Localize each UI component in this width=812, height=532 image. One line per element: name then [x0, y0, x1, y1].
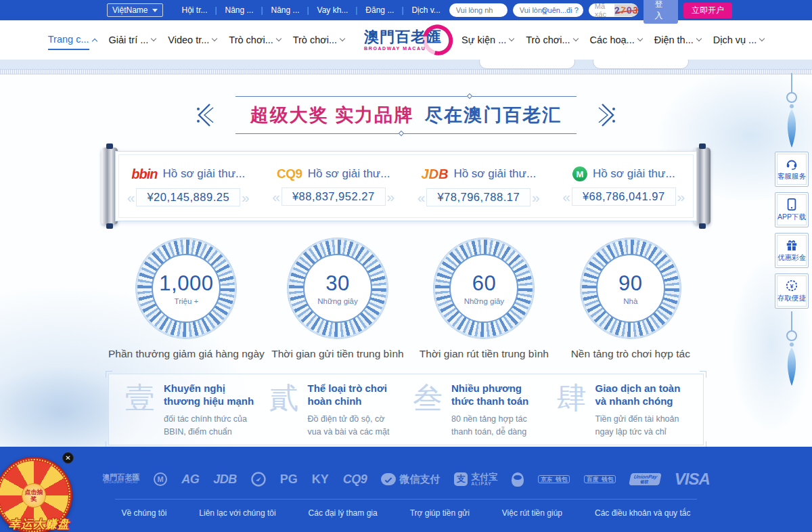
- nav-item-games-2[interactable]: Trò chơi...: [293, 30, 344, 49]
- footer-link-withdraw-help[interactable]: Việc rút tiền giúp: [502, 508, 562, 518]
- meander-border: [0, 69, 812, 74]
- nav-label: Trò chơi...: [526, 30, 570, 49]
- nav-item-activities[interactable]: Các hoạ...: [590, 30, 642, 49]
- footer-link-deposit-help[interactable]: Trợ giúp tiền gửi: [410, 508, 470, 518]
- language-select[interactable]: ViệtName: [107, 3, 163, 17]
- stat-value: 60: [472, 271, 496, 296]
- banner-text: 超级大奖 实力品牌 尽在澳门百老汇: [233, 97, 580, 133]
- jackpot-cq9: CQ9 Hồ sơ giải thư... « ¥88,837,952.27 »: [261, 167, 407, 206]
- jackpot-mg: M Hồ sơ giải thư... « ¥68,786,041.97 »: [551, 167, 697, 206]
- top-menu-item-register[interactable]: Đăng ...: [357, 5, 403, 15]
- feature-brand: 壹 Khuyến nghị thương hiệu mạnh đối tác c…: [118, 382, 263, 437]
- logo-brush-circle-icon: [418, 19, 459, 61]
- seal-numeral-three-icon: 叁: [413, 382, 443, 437]
- site-logo[interactable]: 澳門百老匯 BROADWAY MACAU: [364, 29, 442, 50]
- rail-label: 客服服务: [777, 172, 806, 181]
- wheel-spin-button[interactable]: 点击抽奖: [22, 483, 46, 508]
- jackpot-jdb: JDB Hồ sơ giải thư... « ¥78,796,788.17 »: [406, 167, 551, 206]
- qq-footer-logo: [512, 472, 524, 487]
- top-menu-item-support[interactable]: Hội tr...: [173, 5, 216, 15]
- footer-link-terms[interactable]: Các điều khoản và quy tắc: [595, 508, 690, 518]
- stat-unit: Những giây: [317, 297, 357, 305]
- login-button[interactable]: 登入: [644, 0, 678, 24]
- wechat-bubble-icon: [381, 473, 396, 485]
- wechatpay-label: 微信支付: [399, 473, 440, 486]
- headset-icon: [786, 158, 798, 170]
- chevron-down-icon: [340, 36, 345, 41]
- ornament-left-icon: «: [418, 190, 426, 204]
- gift-icon: [786, 239, 798, 251]
- top-auth-cluster: Quên...đi ? Mã xác 2 7 0 3 登入 立即开户: [449, 0, 732, 24]
- chevron-down-icon: [696, 36, 701, 41]
- ky-footer-logo: KY: [312, 472, 329, 487]
- stat-unit: Triệu +: [175, 297, 199, 305]
- rail-label: 存取便捷: [777, 294, 806, 303]
- top-menu-item-loan[interactable]: Vay kh...: [309, 5, 357, 15]
- stat-unit: Những giây: [464, 297, 504, 305]
- username-input[interactable]: [449, 3, 508, 17]
- stat-value: 1,000: [159, 271, 213, 296]
- language-label: ViệtName: [112, 5, 148, 15]
- seal-numeral-one-icon: 壹: [125, 382, 155, 437]
- forgot-password-link[interactable]: Quên...đi ?: [542, 6, 579, 14]
- feature-title: Khuyến nghị thương hiệu mạnh: [164, 382, 256, 408]
- stat-platforms: 90 Nhà Nền tảng trò chơi hợp tác: [558, 238, 704, 360]
- swoosh-circle-icon: [251, 472, 266, 487]
- ornament-left-icon: «: [127, 190, 135, 204]
- footer-link-agents[interactable]: Các đại lý tham gia: [309, 508, 378, 518]
- rail-deposit[interactable]: ¥ 存取便捷: [775, 273, 809, 309]
- footer-brand-en: BROADWAY MACAU: [102, 481, 139, 485]
- feature-title: Nhiều phương thức thanh toán: [451, 382, 543, 408]
- ornament-right-icon: »: [387, 190, 395, 204]
- rail-app-download[interactable]: APP下载: [775, 192, 809, 227]
- feature-payments: 叁 Nhiều phương thức thanh toán 80 nền tả…: [406, 382, 550, 437]
- flourish-left-icon: [194, 101, 214, 129]
- register-button[interactable]: 立即开户: [683, 3, 732, 18]
- nav-item-entertainment[interactable]: Giải trí ...: [109, 30, 156, 49]
- alipay-footer-logo: 支 支付宝 ALIPAY: [454, 472, 497, 487]
- wechatpay-footer-logo: 微信支付: [381, 473, 440, 486]
- jackpot-scroll: bbin Hồ sơ giải thư... « ¥20,145,889.25 …: [102, 148, 710, 225]
- footer-link-contact[interactable]: Liên lạc với chúng tôi: [199, 508, 275, 518]
- nav-item-mobile[interactable]: Điện th...: [654, 30, 701, 49]
- nav-item-home[interactable]: Trang c...: [48, 30, 97, 50]
- jd-wallet-line2: 钱包: [556, 476, 567, 483]
- password-wrap: Quên...đi ?: [513, 3, 583, 17]
- nav-item-video[interactable]: Video tr...: [168, 30, 217, 49]
- porcelain-ring-icon: 30 Những giây: [288, 238, 388, 338]
- mg-footer-logo: M: [154, 472, 167, 486]
- jd-wallet-line1: 京东: [541, 476, 552, 483]
- banner-line-bottom: [235, 133, 577, 134]
- captcha-digit: 7: [620, 5, 627, 16]
- payment-logos-row: 澳門百老匯 BROADWAY MACAU M AG JDB PG KY CQ9 …: [0, 447, 812, 489]
- captcha-image[interactable]: 2 7 0 3: [614, 4, 637, 16]
- footer-brand-logo: 澳門百老匯 BROADWAY MACAU: [102, 474, 139, 485]
- nav-item-games-1[interactable]: Trò chơi...: [229, 30, 280, 49]
- stat-caption: Phần thưởng giảm giá hàng ngày: [108, 348, 265, 360]
- footer-link-about[interactable]: Về chúng tôi: [122, 508, 167, 518]
- feature-title: Giao dịch an toàn và nhanh chóng: [595, 382, 687, 408]
- nav-label: Trang c...: [48, 30, 89, 50]
- porcelain-ring-icon: 90 Nhà: [581, 238, 681, 338]
- phone-icon: [786, 198, 797, 210]
- rail-label: 优惠彩金: [777, 253, 806, 263]
- top-menu-item-upgrade1[interactable]: Nâng ...: [217, 5, 263, 15]
- stat-caption: Nền tảng trò chơi hợp tác: [571, 348, 690, 360]
- close-icon[interactable]: ✕: [62, 452, 74, 464]
- svg-text:¥: ¥: [790, 282, 793, 289]
- stat-deposit-time: 30 Những giây Thời gian gửi tiền trung b…: [265, 238, 411, 360]
- jackpot-amount: ¥20,145,889.25: [136, 188, 240, 206]
- nav-item-services[interactable]: Dịch vụ ...: [713, 30, 764, 49]
- nav-item-games-3[interactable]: Trò chơi...: [526, 30, 577, 49]
- ag-footer-logo: AG: [181, 472, 199, 487]
- top-menu-item-upgrade2[interactable]: Nâng ...: [263, 5, 309, 15]
- rail-customer-service[interactable]: 客服服务: [775, 152, 809, 187]
- features-panel: 壹 Khuyến nghị thương hiệu mạnh đối tác c…: [108, 374, 704, 445]
- top-menu-item-service[interactable]: Dịch v...: [403, 5, 449, 15]
- stat-withdraw-time: 60 Những giây Thời gian rút tiền trung b…: [411, 238, 557, 360]
- nav-item-events[interactable]: Sự kiện ...: [461, 30, 514, 49]
- rail-promotions[interactable]: 优惠彩金: [775, 233, 809, 268]
- ornament-left-icon: «: [272, 190, 280, 204]
- lucky-wheel-promo[interactable]: 点击抽奖 幸运大赚盘 ✕: [0, 452, 78, 532]
- jd-wallet-footer-logo: 京东 钱包: [538, 475, 570, 484]
